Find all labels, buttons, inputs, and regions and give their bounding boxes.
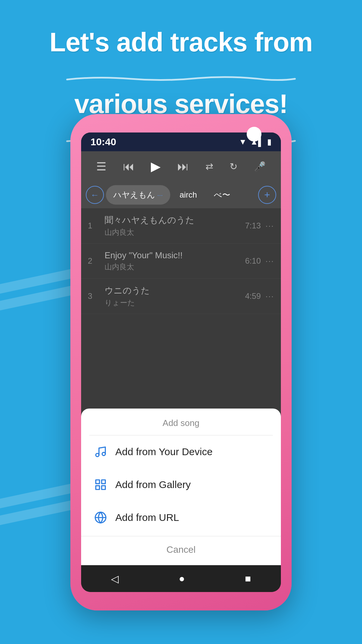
tab-dots-icon: ··· <box>157 191 163 199</box>
track-list: 1 聞々ハヤえもんのうた 山内良太 7:13 ··· 2 Enjoy "Your… <box>81 208 281 565</box>
rewind-button[interactable]: ⏮ <box>123 160 134 173</box>
back-nav-button[interactable]: ◁ <box>111 573 119 585</box>
add-url-label: Add from URL <box>115 512 179 523</box>
sheet-title: Add song <box>81 409 281 435</box>
tab-be-label: べ〜 <box>214 190 230 200</box>
mic-button[interactable]: 🎤 <box>254 161 266 172</box>
svg-point-0 <box>96 453 99 457</box>
tab-add-button[interactable]: + <box>258 186 276 204</box>
tab-be[interactable]: べ〜 <box>206 185 238 205</box>
home-nav-button[interactable]: ● <box>179 573 185 584</box>
svg-rect-3 <box>102 480 105 484</box>
cancel-button[interactable]: Cancel <box>81 536 281 565</box>
gallery-icon <box>93 478 108 491</box>
play-button[interactable]: ▶ <box>151 159 161 174</box>
header-line1: Let's add tracks from <box>50 27 313 58</box>
tab-airch[interactable]: airch <box>172 185 204 205</box>
tab-hayaemon[interactable]: ハヤえもん ··· <box>106 185 170 205</box>
fast-forward-button[interactable]: ⏭ <box>177 160 189 173</box>
playlist-tabs: ← ハヤえもん ··· airch べ〜 + <box>81 181 281 208</box>
repeat-button[interactable]: ↻ <box>230 161 237 172</box>
svg-rect-2 <box>96 480 100 484</box>
tab-hayaemon-label: ハヤえもん <box>113 190 155 200</box>
globe-icon <box>93 511 108 524</box>
phone-frame: 10:40 ▼ ▲▌ ▮ ☰ ⏮ ▶ ⏭ ⇄ ↻ 🎤 <box>70 114 292 610</box>
bottom-sheet-overlay: Add song <box>81 208 281 565</box>
media-controls-bar: ☰ ⏮ ▶ ⏭ ⇄ ↻ 🎤 <box>81 151 281 181</box>
shuffle-button[interactable]: ⇄ <box>205 161 213 172</box>
svg-rect-5 <box>102 486 105 489</box>
wifi-icon: ▼ <box>239 137 247 147</box>
add-gallery-label: Add from Gallery <box>115 479 191 490</box>
add-from-device-button[interactable]: Add from Your Device <box>81 435 281 468</box>
phone-screen: 10:40 ▼ ▲▌ ▮ ☰ ⏮ ▶ ⏭ ⇄ ↻ 🎤 <box>81 132 281 592</box>
svg-rect-4 <box>96 486 100 489</box>
menu-button[interactable]: ☰ <box>96 160 106 173</box>
navigation-bar: ◁ ● ■ <box>81 565 281 592</box>
background: Let's add tracks from various services! … <box>0 0 362 644</box>
status-time: 10:40 <box>90 136 116 148</box>
phone-body: 10:40 ▼ ▲▌ ▮ ☰ ⏮ ▶ ⏭ ⇄ ↻ 🎤 <box>70 114 292 610</box>
recents-nav-button[interactable]: ■ <box>245 573 251 584</box>
add-device-label: Add from Your Device <box>115 446 213 458</box>
add-song-sheet: Add song <box>81 409 281 565</box>
battery-icon: ▮ <box>267 137 272 147</box>
tab-back-button[interactable]: ← <box>86 186 104 204</box>
phone-camera <box>247 127 261 142</box>
music-note-icon <box>93 445 108 458</box>
underline-svg <box>64 75 298 82</box>
tab-airch-label: airch <box>180 190 197 200</box>
svg-point-1 <box>102 452 106 456</box>
add-from-url-button[interactable]: Add from URL <box>81 501 281 534</box>
add-from-gallery-button[interactable]: Add from Gallery <box>81 468 281 501</box>
